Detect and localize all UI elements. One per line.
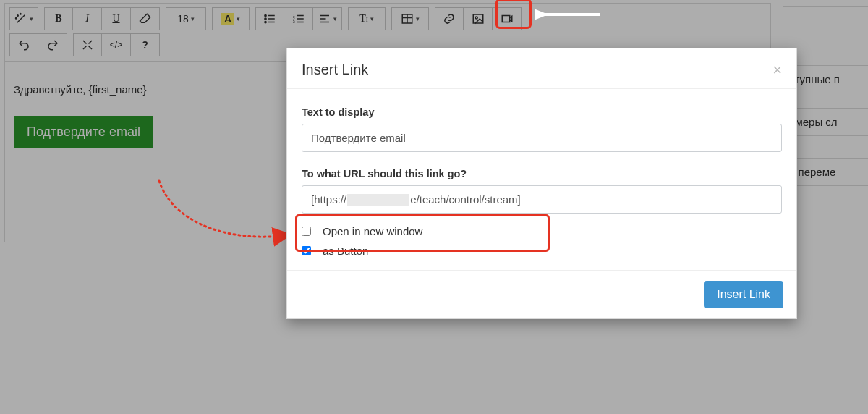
url-value-suffix: e/teach/control/stream] bbox=[410, 193, 521, 206]
url-label: To what URL should this link go? bbox=[302, 168, 782, 179]
text-to-display-input[interactable] bbox=[302, 124, 782, 152]
insert-link-submit-button[interactable]: Insert Link bbox=[704, 281, 783, 308]
url-value-prefix: [https:// bbox=[311, 193, 346, 206]
url-input[interactable]: [https:// e/teach/control/stream] bbox=[302, 185, 782, 214]
insert-link-dialog: Insert Link × Text to display To what UR… bbox=[286, 48, 797, 319]
url-value-redacted bbox=[347, 194, 409, 206]
text-to-display-label: Text to display bbox=[302, 106, 782, 118]
as-button-label: as Button bbox=[323, 245, 368, 257]
open-new-window-label: Open in new window bbox=[323, 225, 422, 237]
close-icon[interactable]: × bbox=[773, 62, 782, 78]
open-new-window-checkbox[interactable] bbox=[302, 227, 311, 236]
as-button-checkbox[interactable] bbox=[302, 246, 311, 255]
dialog-title: Insert Link bbox=[302, 62, 368, 78]
